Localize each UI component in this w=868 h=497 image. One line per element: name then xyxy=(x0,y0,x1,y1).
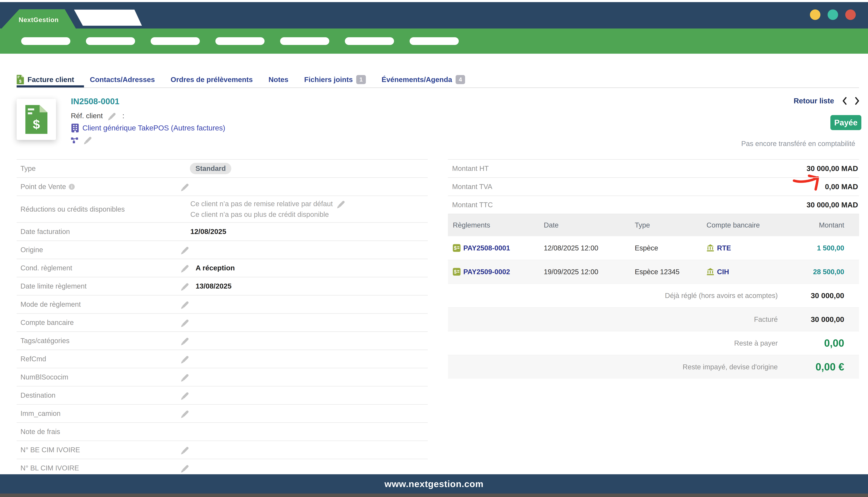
window-bottom-edge xyxy=(0,494,868,497)
edit-pencil-icon[interactable] xyxy=(182,355,189,363)
total-row-facture: Facturé30 000,00 xyxy=(448,307,859,331)
payment-row[interactable]: $ PAY2508-000112/08/2025 12:00Espèce RTE… xyxy=(448,236,859,260)
total-value: 30 000,00 xyxy=(778,315,859,324)
tab-notes[interactable]: Notes xyxy=(268,75,288,84)
edit-pencil-icon[interactable] xyxy=(182,183,189,190)
menu-item-placeholder[interactable] xyxy=(345,37,394,45)
project-sitemap-icon[interactable] xyxy=(71,136,78,144)
payment-date: 12/08/2025 12:00 xyxy=(539,244,630,252)
edit-pencil-icon[interactable] xyxy=(182,446,189,453)
payment-amount: 28 500,00 xyxy=(809,268,859,276)
edit-pencil-icon[interactable] xyxy=(182,265,189,272)
edit-pencil-icon[interactable] xyxy=(182,392,189,399)
info-icon[interactable]: i xyxy=(69,184,75,190)
tab-count-badge: 4 xyxy=(456,75,465,84)
edit-pencil-icon[interactable] xyxy=(182,465,189,472)
payment-type: Espèce 12345 xyxy=(630,268,702,276)
amount-row-montant-tva: Montant TVA0,00 MAD xyxy=(448,178,859,196)
totals-rows: Déjà réglé (hors avoirs et acomptes)30 0… xyxy=(448,283,859,379)
total-value: 0,00 € xyxy=(778,361,859,373)
invoice-thumbnail-card[interactable]: $ xyxy=(17,99,56,140)
edit-pencil-icon[interactable] xyxy=(182,373,189,381)
brand-logo[interactable]: NextGestion xyxy=(1,9,76,29)
menu-item-placeholder[interactable] xyxy=(86,37,135,45)
menu-item-placeholder[interactable] xyxy=(215,37,265,45)
payments-body: $ PAY2508-000112/08/2025 12:00Espèce RTE… xyxy=(448,236,859,283)
invoice-icon: $ xyxy=(17,75,24,84)
edit-pencil-icon[interactable] xyxy=(109,112,116,119)
payment-link[interactable]: PAY2509-0002 xyxy=(463,268,510,276)
window-dot-3[interactable] xyxy=(845,10,856,20)
field-value xyxy=(180,303,428,306)
bank-link[interactable]: RTE xyxy=(717,244,731,252)
payment-money-icon: $ xyxy=(453,268,461,275)
field-row-destination: Destination xyxy=(17,386,428,404)
field-label: Mode de règlement xyxy=(17,300,180,308)
chevron-right-icon[interactable] xyxy=(855,97,859,105)
edit-pencil-icon[interactable] xyxy=(182,283,189,290)
chevron-left-icon[interactable] xyxy=(842,97,847,105)
field-value-text: A réception xyxy=(196,264,235,272)
field-row-date-limite-reglement: Date limite règlement13/08/2025 xyxy=(17,278,428,296)
payment-link[interactable]: PAY2508-0001 xyxy=(463,244,510,252)
hint-line: Ce client n’a pas de remise relative par… xyxy=(190,200,347,208)
total-row-reste-impaye-devise-d-origine: Reste impayé, devise d'origine0,00 € xyxy=(448,355,859,379)
window-dot-1[interactable] xyxy=(810,10,821,20)
back-to-list-link[interactable]: Retour liste xyxy=(794,97,834,105)
field-value-text: 12/08/2025 xyxy=(190,228,226,236)
edit-pencil-icon[interactable] xyxy=(85,136,92,143)
menu-item-placeholder[interactable] xyxy=(280,37,329,45)
tab-contacts-adresses[interactable]: Contacts/Adresses xyxy=(90,75,155,84)
bank-link[interactable]: CIH xyxy=(717,268,729,276)
client-link[interactable]: Client générique TakePOS (Autres facture… xyxy=(82,124,225,132)
tab-facture-client[interactable]: $ Facture client xyxy=(17,75,74,84)
field-hint-lines: Ce client n’a pas de remise relative par… xyxy=(190,196,347,222)
payment-ref-cell: $ PAY2508-0001 xyxy=(448,244,539,252)
field-label: N° BL CIM IVOIRE xyxy=(17,464,180,472)
tab-label: Facture client xyxy=(27,75,74,84)
menu-item-placeholder[interactable] xyxy=(21,37,70,45)
footer-url: www.nextgestion.com xyxy=(384,479,484,489)
project-line xyxy=(71,136,94,144)
menu-item-placeholder[interactable] xyxy=(151,37,200,45)
edit-pencil-icon[interactable] xyxy=(182,410,189,417)
amount-value: 0,00 MAD xyxy=(825,183,859,191)
edit-pencil-icon[interactable] xyxy=(182,246,189,253)
header-status-dots xyxy=(810,10,856,20)
svg-text:$: $ xyxy=(454,245,457,251)
payments-header-row: RèglementsDateTypeCompte bancaireMontant xyxy=(448,214,859,236)
ref-client-separator: : xyxy=(122,112,124,120)
field-row-point-de-vente: Point de Ventei xyxy=(17,178,428,196)
tab-evenements-agenda[interactable]: Événements/Agenda4 xyxy=(382,75,465,84)
field-label: Origine xyxy=(17,246,180,254)
tab-ordres-de-prelevements[interactable]: Ordres de prélèvements xyxy=(171,75,253,84)
svg-text:$: $ xyxy=(33,117,40,131)
payment-date: 19/09/2025 12:00 xyxy=(539,268,630,276)
edit-pencil-icon[interactable] xyxy=(182,319,189,326)
bank-icon xyxy=(706,268,714,275)
total-label: Reste impayé, devise d'origine xyxy=(448,363,778,371)
field-label: RefCmd xyxy=(17,355,180,363)
client-line: Client générique TakePOS (Autres facture… xyxy=(71,123,225,133)
window-dot-2[interactable] xyxy=(828,10,838,20)
tab-fichiers-joints[interactable]: Fichiers joints1 xyxy=(304,75,366,84)
total-label: Reste à payer xyxy=(448,339,778,347)
field-label: Date facturation xyxy=(17,228,180,236)
menu-item-placeholder[interactable] xyxy=(410,37,459,45)
field-row-numblsococim: NumBlSococim xyxy=(17,368,428,386)
invoice-page: NextGestion $ Facture clientContacts/Adr… xyxy=(0,0,868,497)
redacted-header-label xyxy=(74,10,142,26)
field-label: Cond. règlement xyxy=(17,264,180,272)
edit-pencil-icon[interactable] xyxy=(338,200,345,208)
edit-pencil-icon[interactable] xyxy=(182,337,189,344)
field-value xyxy=(180,340,428,342)
amount-label: Montant TVA xyxy=(448,183,492,190)
field-label: Réductions ou crédits disponibles xyxy=(17,205,180,213)
field-value: 13/08/2025 xyxy=(180,282,428,290)
payment-bank-cell: CIH xyxy=(702,268,809,276)
edit-pencil-icon[interactable] xyxy=(182,301,189,308)
footer-bar: www.nextgestion.com xyxy=(0,474,868,494)
brand-name: NextGestion xyxy=(19,16,59,24)
payment-row[interactable]: $ PAY2509-000219/09/2025 12:00Espèce 123… xyxy=(448,260,859,283)
total-row-deja-regle-hors-avoirs-et-acomptes: Déjà réglé (hors avoirs et acomptes)30 0… xyxy=(448,283,859,307)
